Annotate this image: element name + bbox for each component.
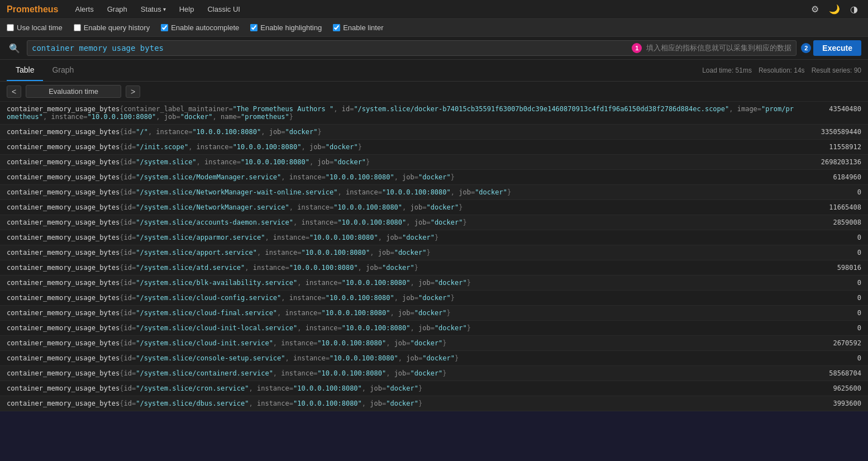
- metric-cell: container_memory_usage_bytes{id="/system…: [0, 230, 801, 245]
- value-cell: 0: [801, 291, 868, 306]
- tab-table[interactable]: Table: [7, 60, 43, 81]
- metric-cell: container_memory_usage_bytes{id="/system…: [0, 351, 801, 366]
- metric-cell: container_memory_usage_bytes{id="/system…: [0, 275, 801, 291]
- table-row: container_memory_usage_bytes{id="/system…: [0, 200, 868, 215]
- table-row: container_memory_usage_bytes{id="/system…: [0, 260, 868, 275]
- value-cell: 0: [801, 275, 868, 291]
- value-cell: 3993600: [801, 396, 868, 411]
- metric-cell: container_memory_usage_bytes{id="/system…: [0, 200, 801, 215]
- query-input[interactable]: [32, 44, 627, 53]
- execute-button[interactable]: Execute: [813, 40, 861, 56]
- value-cell: 2859008: [801, 215, 868, 230]
- enable-query-history-text: Enable query history: [84, 23, 150, 32]
- metric-cell: container_memory_usage_bytes{id="/system…: [0, 321, 801, 336]
- value-cell: 0: [801, 306, 868, 321]
- enable-autocomplete-text: Enable autocomplete: [171, 23, 239, 32]
- execute-wrap: 2 Execute: [801, 40, 861, 56]
- value-cell: 11558912: [801, 140, 868, 155]
- table-row: container_memory_usage_bytes{container_l…: [0, 102, 868, 125]
- nav-status[interactable]: Status ▾: [135, 3, 171, 16]
- enable-highlighting-text: Enable highlighting: [260, 23, 322, 32]
- eval-next-button[interactable]: >: [126, 85, 140, 98]
- search-icon: 🔍: [7, 41, 22, 56]
- table-row: container_memory_usage_bytes{id="/system…: [0, 381, 868, 396]
- metric-cell: container_memory_usage_bytes{id="/system…: [0, 291, 801, 306]
- options-bar: Use local time Enable query history Enab…: [0, 19, 868, 37]
- table-row: container_memory_usage_bytes{id="/system…: [0, 336, 868, 351]
- value-cell: 0: [801, 321, 868, 336]
- table-row: container_memory_usage_bytes{id="/system…: [0, 245, 868, 260]
- use-local-time-text: Use local time: [17, 23, 63, 32]
- metric-cell: container_memory_usage_bytes{id="/init.s…: [0, 140, 801, 155]
- circle-icon[interactable]: ◑: [847, 3, 861, 16]
- enable-linter-checkbox[interactable]: [333, 24, 340, 31]
- table-row: container_memory_usage_bytes{id="/system…: [0, 321, 868, 336]
- metric-cell: container_memory_usage_bytes{id="/system…: [0, 185, 801, 200]
- brand-logo: Prometheus: [7, 4, 58, 15]
- value-cell: 598016: [801, 260, 868, 275]
- result-series: Result series: 90: [812, 66, 861, 74]
- metric-cell: container_memory_usage_bytes{id="/system…: [0, 155, 801, 170]
- search-input-wrap[interactable]: 1 填入相应的指标信息就可以采集到相应的数据: [27, 40, 797, 56]
- nav-menu: Alerts Graph Status ▾ Help Classic UI: [69, 3, 808, 16]
- table-row: container_memory_usage_bytes{id="/system…: [0, 185, 868, 200]
- value-cell: 2698203136: [801, 155, 868, 170]
- eval-bar: < Evaluation time >: [0, 82, 868, 102]
- load-time: Load time: 51ms: [702, 66, 752, 74]
- value-cell: 2670592: [801, 336, 868, 351]
- enable-autocomplete-checkbox[interactable]: [161, 24, 168, 31]
- table-row: container_memory_usage_bytes{id="/system…: [0, 230, 868, 245]
- enable-autocomplete-label[interactable]: Enable autocomplete: [161, 23, 239, 32]
- enable-query-history-checkbox[interactable]: [74, 24, 81, 31]
- value-cell: 58568704: [801, 366, 868, 381]
- metric-cell: container_memory_usage_bytes{container_l…: [0, 102, 801, 125]
- results-table: container_memory_usage_bytes{container_l…: [0, 102, 868, 411]
- table-row: container_memory_usage_bytes{id="/system…: [0, 155, 868, 170]
- enable-linter-text: Enable linter: [343, 23, 383, 32]
- navbar: Prometheus Alerts Graph Status ▾ Help Cl…: [0, 0, 868, 19]
- value-cell: 3350589440: [801, 125, 868, 140]
- table-row: container_memory_usage_bytes{id="/system…: [0, 366, 868, 381]
- chevron-down-icon: ▾: [163, 6, 166, 12]
- search-hint: 填入相应的指标信息就可以采集到相应的数据: [646, 43, 791, 53]
- table-row: container_memory_usage_bytes{id="/", ins…: [0, 125, 868, 140]
- tabs-meta: Load time: 51ms Resolution: 14s Result s…: [702, 66, 861, 74]
- metric-cell: container_memory_usage_bytes{id="/system…: [0, 396, 801, 411]
- query-badge: 1: [632, 43, 642, 53]
- nav-classic-ui[interactable]: Classic UI: [202, 3, 246, 16]
- search-bar: 🔍 1 填入相应的指标信息就可以采集到相应的数据 2 Execute: [0, 37, 868, 60]
- use-local-time-checkbox[interactable]: [7, 24, 14, 31]
- enable-highlighting-label[interactable]: Enable highlighting: [250, 23, 322, 32]
- nav-help[interactable]: Help: [174, 3, 200, 16]
- theme-icon[interactable]: 🌙: [826, 3, 843, 16]
- use-local-time-label[interactable]: Use local time: [7, 23, 63, 32]
- table-row: container_memory_usage_bytes{id="/system…: [0, 306, 868, 321]
- tab-graph[interactable]: Graph: [43, 60, 83, 81]
- metric-cell: container_memory_usage_bytes{id="/system…: [0, 170, 801, 185]
- value-cell: 0: [801, 245, 868, 260]
- table-row: container_memory_usage_bytes{id="/system…: [0, 215, 868, 230]
- execute-badge: 2: [801, 43, 811, 53]
- metric-cell: container_memory_usage_bytes{id="/system…: [0, 260, 801, 275]
- nav-graph[interactable]: Graph: [102, 3, 133, 16]
- enable-highlighting-checkbox[interactable]: [250, 24, 257, 31]
- table-row: container_memory_usage_bytes{id="/system…: [0, 351, 868, 366]
- table-row: container_memory_usage_bytes{id="/init.s…: [0, 140, 868, 155]
- metric-cell: container_memory_usage_bytes{id="/system…: [0, 366, 801, 381]
- nav-alerts[interactable]: Alerts: [69, 3, 99, 16]
- value-cell: 43540480: [801, 102, 868, 125]
- value-cell: 0: [801, 230, 868, 245]
- value-cell: 6184960: [801, 170, 868, 185]
- table-row: container_memory_usage_bytes{id="/system…: [0, 396, 868, 411]
- settings-icon[interactable]: ⚙: [808, 3, 822, 16]
- enable-linter-label[interactable]: Enable linter: [333, 23, 383, 32]
- enable-query-history-label[interactable]: Enable query history: [74, 23, 150, 32]
- eval-prev-button[interactable]: <: [7, 85, 21, 98]
- metric-cell: container_memory_usage_bytes{id="/system…: [0, 336, 801, 351]
- value-cell: 0: [801, 351, 868, 366]
- table-row: container_memory_usage_bytes{id="/system…: [0, 291, 868, 306]
- tabs-bar: Table Graph Load time: 51ms Resolution: …: [0, 60, 868, 82]
- results-wrapper: container_memory_usage_bytes{container_l…: [0, 102, 868, 411]
- value-cell: 0: [801, 185, 868, 200]
- metric-cell: container_memory_usage_bytes{id="/system…: [0, 381, 801, 396]
